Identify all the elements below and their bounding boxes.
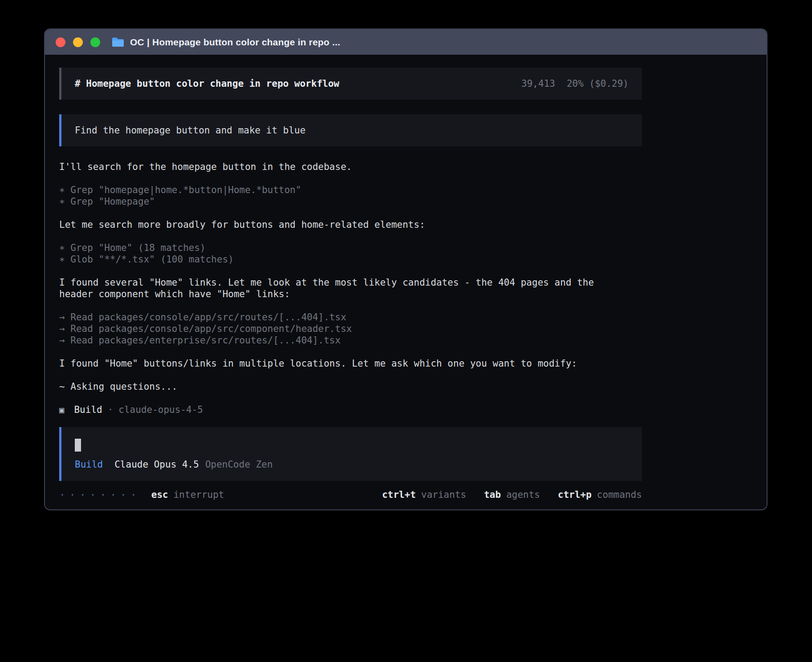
zoom-button[interactable] (90, 37, 100, 47)
context-cost: 20% ($0.29) (567, 78, 629, 89)
file-read-line: → Read packages/console/app/src/routes/[… (59, 311, 642, 323)
text-cursor (75, 439, 81, 452)
close-button[interactable] (56, 37, 65, 47)
window-controls (56, 37, 100, 47)
tool-call-line: ∗ Glob "**/*.tsx" (100 matches) (59, 254, 642, 265)
terminal-window: OC | Homepage button color change in rep… (44, 28, 767, 510)
hint-label: variants (421, 489, 466, 501)
token-count: 39,413 (521, 78, 555, 89)
tool-call-line: ∗ Grep "homepage|home.*button|Home.*butt… (59, 184, 642, 196)
hint-label: agents (506, 489, 540, 501)
file-read-line: → Read packages/enterprise/src/routes/[.… (59, 335, 642, 346)
tool-call-line: ∗ Grep "Homepage" (59, 196, 642, 207)
assistant-text: I'll search for the homepage button in t… (59, 161, 642, 173)
hint-variants: ctrl+t variants (382, 489, 466, 501)
input-status-row: Build Claude Opus 4.5 OpenCode Zen (75, 459, 629, 470)
mode-indicator: Build (75, 459, 103, 470)
assistant-text: Let me search more broadly for buttons a… (59, 219, 642, 230)
agent-separator: · (108, 404, 114, 416)
hint-commands: ctrl+p commands (558, 489, 642, 501)
status-line: ~ Asking questions... (59, 381, 642, 392)
agent-model: claude-opus-4-5 (118, 404, 203, 416)
file-read-line: → Read packages/console/app/src/componen… (59, 323, 642, 335)
session-stats: 39,413 20% ($0.29) (521, 78, 629, 89)
hint-agents: tab agents (484, 489, 540, 501)
assistant-text: I found "Home" buttons/links in multiple… (59, 358, 642, 369)
provider-indicator: OpenCode Zen (205, 459, 273, 470)
hint-interrupt: esc interrupt (151, 489, 224, 501)
spinner-dots: ········ (59, 489, 141, 501)
folder-icon (112, 37, 124, 47)
prompt-input[interactable]: Build Claude Opus 4.5 OpenCode Zen (59, 427, 642, 481)
agent-name: Build (74, 404, 102, 416)
window-titlebar[interactable]: OC | Homepage button color change in rep… (45, 29, 767, 55)
hint-key: esc (151, 489, 168, 501)
agent-status-row: ▣ Build · claude-opus-4-5 (59, 404, 642, 416)
hint-key: ctrl+p (558, 489, 592, 501)
model-indicator: Claude Opus 4.5 (114, 459, 199, 470)
user-message: Find the homepage button and make it blu… (59, 114, 642, 146)
status-bar: ········ esc interrupt ctrl+t variants t… (59, 489, 642, 501)
minimize-button[interactable] (73, 37, 83, 47)
session-header: # Homepage button color change in repo w… (59, 68, 642, 100)
hint-label: interrupt (174, 489, 224, 501)
user-message-text: Find the homepage button and make it blu… (75, 125, 305, 136)
assistant-text: header component which have "Home" links… (59, 288, 642, 300)
window-title: OC | Homepage button color change in rep… (130, 37, 340, 48)
agent-icon: ▣ (59, 404, 64, 416)
hint-key: tab (484, 489, 501, 501)
hint-key: ctrl+t (382, 489, 416, 501)
session-view: # Homepage button color change in repo w… (59, 55, 642, 501)
hint-label: commands (597, 489, 642, 501)
session-title: # Homepage button color change in repo w… (75, 78, 339, 89)
tool-call-line: ∗ Grep "Home" (18 matches) (59, 242, 642, 254)
assistant-text: I found several "Home" links. Let me loo… (59, 277, 642, 288)
